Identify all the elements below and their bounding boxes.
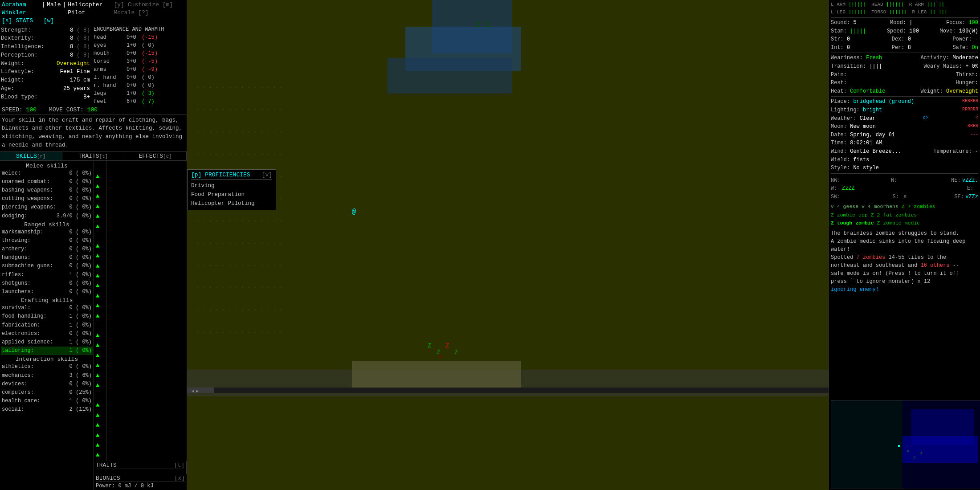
svg-text:+: + <box>428 347 431 354</box>
nearby-creatures: v 4 geese v 4 moorhens Z 7 zombies Z zom… <box>831 203 978 227</box>
skills-header-row: SKILLS[r] TRAITS[t] EFFECTS[c] <box>0 152 187 161</box>
traits-bionics-effects: ▲ ▲ ▲ ▲ ▲ ▲ ▲ ▲ ▲ ▲ ▲ ▲ ▲ ▲ ▲ <box>94 161 187 490</box>
svg-rect-29 <box>187 388 214 393</box>
skill-row-cutting: cutting weapons:0 ( 0%) <box>1 195 93 203</box>
map-area[interactable]: · · · · · · · · · · · · · · · · · · · · … <box>187 0 829 490</box>
char-name: Abraham Winkler <box>2 1 40 17</box>
svg-text:Z: Z <box>445 342 449 349</box>
game-map: · · · · · · · · · · · · · · · · · · · · … <box>187 0 829 490</box>
description-section: Your skill in the craft and repair of cl… <box>0 114 187 152</box>
svg-text:·: · <box>232 8 235 15</box>
skill-row-food-handling: food handling:1 ( 0%) <box>1 312 93 321</box>
char-profession: Helicopter Pilot <box>68 1 108 17</box>
traits-panel: TRAITS[t] <box>94 461 187 474</box>
skill-row-computers: computers:0 (25%) <box>1 388 93 397</box>
skills-content: Melee skills melee:0 ( 0%) unarmed comba… <box>0 161 187 490</box>
skill-row-fabrication: fabrication:1 ( 0%) <box>1 321 93 330</box>
right-panel: L ARM |||||| HEAD |||||| R ARM |||||| L … <box>829 0 980 490</box>
svg-text:z: z <box>907 449 909 453</box>
svg-text:·  ·    ·    ·    ·    ·    · : · · · · · · · · · · · · · · <box>196 107 282 113</box>
svg-text:+: + <box>439 354 442 360</box>
svg-text:·  ·    ·    ·    ·    ·    · : · · · · · · · · · · · · · · <box>196 151 282 158</box>
skill-row-rifles: rifles:1 ( 0%) <box>1 271 93 279</box>
encumbrance-section: ENCUMBRANCE AND WARMTH head0+0(-15) eyes… <box>94 26 164 106</box>
svg-text:►: ► <box>196 389 199 394</box>
left-panel: Abraham Winkler | Male | Helicopter Pilo… <box>0 0 187 490</box>
svg-rect-5 <box>388 58 512 94</box>
player-sprite: @ <box>352 208 356 216</box>
skill-row-health-care: health care:1 ( 0%) <box>1 397 93 405</box>
skill-row-piercing: piercing weapons:0 ( 0%) <box>1 203 93 212</box>
skills-list: Melee skills melee:0 ( 0%) unarmed comba… <box>0 161 94 490</box>
skill-row-throwing: throwing:0 ( 0%) <box>1 237 93 245</box>
char-header: Abraham Winkler | Male | Helicopter Pilo… <box>0 0 187 26</box>
skill-row-electronics: electronics:0 ( 0%) <box>1 330 93 338</box>
minimap: z z z <box>831 400 980 489</box>
svg-text:Z: Z <box>477 21 480 29</box>
svg-rect-36 <box>898 445 900 447</box>
svg-text:·  ·    ·    ·    ·    ·    · : · · · · · · · · · · · · · · <box>196 241 282 247</box>
tab-skills[interactable]: SKILLS[r] <box>0 152 62 160</box>
bionics-power: 0 mJ / 0 kJ <box>118 483 153 489</box>
skill-row-melee: melee:0 ( 0%) <box>1 169 93 178</box>
skill-row-handguns: handguns:0 ( 0%) <box>1 253 93 262</box>
skill-row-social: social:2 (11%) <box>1 405 93 414</box>
svg-text:Z: Z <box>454 349 458 356</box>
stats-key[interactable]: [s] STATS <box>2 17 33 25</box>
skill-row-marksmanship: marksmanship:0 ( 0%) <box>1 228 93 237</box>
svg-rect-35 <box>831 400 902 489</box>
skill-row-bashing: bashing weapons:0 ( 0%) <box>1 186 93 195</box>
speed-section: SPEED: 100 MOVE COST: 100 <box>0 106 187 114</box>
tab-effects[interactable]: EFFECTS[c] <box>124 152 187 160</box>
skill-row-unarmed: unarmed combat:0 ( 0%) <box>1 178 93 186</box>
skill-row-devices: devices:0 ( 0%) <box>1 380 93 388</box>
w-key[interactable]: [w] <box>44 17 54 25</box>
skill-row-mechanics: mechanics:3 ( 6%) <box>1 372 93 380</box>
skill-row-shotguns: shotguns:0 ( 0%) <box>1 279 93 288</box>
tab-traits[interactable]: TRAITS[t] <box>62 152 125 160</box>
skills-section: SKILLS[r] TRAITS[t] EFFECTS[c] Melee ski… <box>0 152 187 490</box>
svg-text:◄: ◄ <box>192 389 194 394</box>
message-log: The brainless zombie struggles to stand.… <box>831 229 978 398</box>
minimap-svg: z z z <box>831 400 980 489</box>
skill-row-smg: submachine guns:0 ( 0%) <box>1 262 93 270</box>
proficiencies-dropdown: [p] PROFICIENCIES[v] Driving Food Prepar… <box>187 169 276 210</box>
skill-row-applied-science: applied science:1 ( 0%) <box>1 338 93 347</box>
svg-text:·  ·    ·    ·    ·    ·    · : · · · · · · · · · · · · · · <box>196 285 282 291</box>
svg-text:·  ·    ·    ·    ·    ·    · : · · · · · · · · · · · · · · <box>196 330 282 336</box>
svg-text:·  ·    ·    ·    ·    ·    · : · · · · · · · · · · · · · · <box>196 85 282 91</box>
stats-left: Strength:8 ( 8) Dexterity:8 ( 8) Intelli… <box>1 26 90 106</box>
svg-text:·: · <box>209 8 213 15</box>
svg-rect-28 <box>187 388 829 393</box>
skill-row-launchers: launchers:0 ( 0%) <box>1 288 93 296</box>
svg-text:·  ·    ·    ·    ·    ·    · : · · · · · · · · · · · · · · <box>196 263 282 269</box>
compass: NW: N: NE: vZZz. W: ZzZZ E: SW: S: s SE:… <box>831 176 978 201</box>
proficiency-driving: Driving <box>191 181 272 190</box>
svg-text:z: z <box>914 455 916 459</box>
svg-rect-7 <box>352 361 521 388</box>
proficiency-helicopter: Helicopter Piloting <box>191 199 272 208</box>
skill-row-dodging: dodging:3.9/0 ( 0%) <box>1 212 93 220</box>
body-map: L ARM |||||| HEAD |||||| R ARM |||||| L … <box>831 1 978 16</box>
stats-section: Strength:8 ( 8) Dexterity:8 ( 8) Intelli… <box>0 26 187 106</box>
svg-text:·  ·    ·    ·    ·    ·    · : · · · · · · · · · · · · · · <box>196 129 282 135</box>
proficiency-food: Food Preparation <box>191 190 272 199</box>
skill-row-archery: archery:0 ( 0%) <box>1 245 93 253</box>
skill-row-tailoring[interactable]: tailoring:1 ( 0%) <box>1 347 93 355</box>
skill-row-survival: survival:0 ( 0%) <box>1 304 93 312</box>
skill-row-athletics: athletics:0 ( 0%) <box>1 363 93 371</box>
svg-text:Z: Z <box>486 21 489 29</box>
bionics-panel: BIONICS[x] Power: 0 mJ / 0 kJ <box>94 474 187 490</box>
char-gender: Male <box>47 1 61 17</box>
skill-description: Your skill in the craft and repair of cl… <box>2 117 182 148</box>
skill-arrows: ▲ ▲ ▲ ▲ ▲ ▲ ▲ ▲ ▲ ▲ ▲ ▲ ▲ ▲ ▲ <box>94 161 106 461</box>
svg-text:z: z <box>920 451 923 455</box>
svg-text:·  ·    ·    ·    ·    ·    · : · · · · · · · · · · · · · · <box>196 218 282 225</box>
svg-text:·  ·    ·    ·    ·    ·    · : · · · · · · · · · · · · · · <box>196 307 282 314</box>
